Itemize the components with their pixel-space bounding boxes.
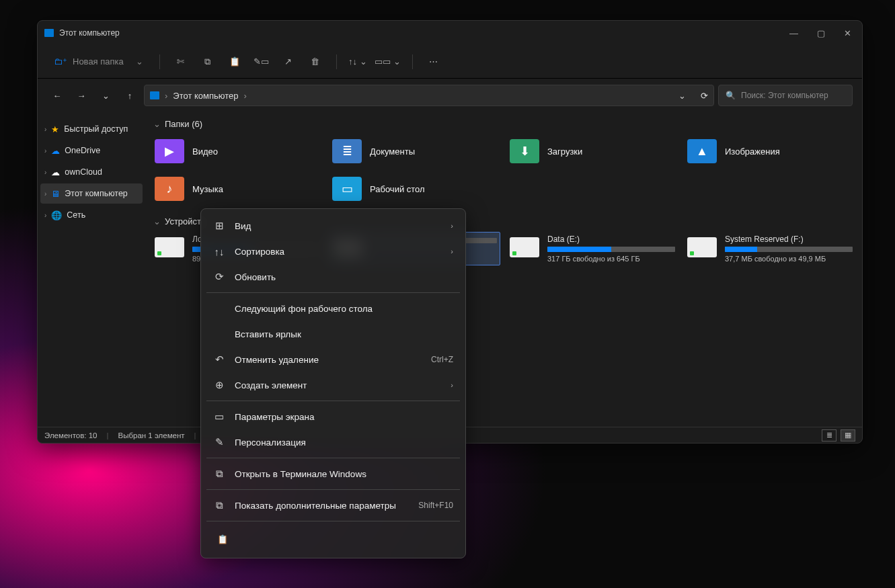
status-item-count: Элементов: 10 — [44, 431, 97, 439]
menu-item-label: Параметры экрана — [235, 412, 315, 422]
paste-button[interactable]: 📋 — [212, 528, 233, 550]
drive-usage-bar — [725, 247, 853, 252]
folder-label: Документы — [370, 146, 415, 157]
drive-icon — [510, 237, 539, 257]
star-icon: ★ — [51, 124, 59, 134]
tiles-view-button[interactable]: ▦ — [841, 429, 855, 442]
chevron-right-icon: › — [244, 91, 247, 101]
context-menu-item[interactable]: ⊞ Вид› — [205, 213, 461, 239]
cloud-icon: ☁ — [51, 146, 60, 156]
context-menu-item[interactable]: Следующий фон рабочего стола — [205, 296, 461, 321]
folders-section-header[interactable]: ⌄ Папки (6) — [153, 119, 855, 129]
drive-icon — [155, 237, 184, 257]
folder-документы[interactable]: ≣ Документы — [329, 134, 500, 168]
drive-item[interactable]: System Reserved (F:) 37,7 МБ свободно из… — [685, 232, 855, 265]
refresh-button[interactable]: ⟳ — [701, 91, 708, 101]
chevron-right-icon: › — [44, 126, 46, 133]
context-menu-item[interactable]: ⟳ Обновить — [205, 264, 461, 290]
delete-button[interactable]: 🗑 — [304, 50, 327, 73]
sidebar-item-owncloud[interactable]: › ☁ ownCloud — [40, 162, 143, 182]
folder-icon: ⬇ — [510, 139, 539, 163]
details-view-button[interactable]: ≣ — [822, 429, 836, 442]
drive-free-text: 317 ГБ свободно из 645 ГБ — [547, 255, 675, 263]
folder-рабочий-стол[interactable]: ▭ Рабочий стол — [329, 172, 500, 206]
forward-button[interactable]: → — [71, 85, 91, 106]
titlebar[interactable]: Этот компьютер — ▢ ✕ — [38, 21, 862, 45]
sidebar-item-сеть[interactable]: › 🌐 Сеть — [40, 205, 143, 225]
copy-button[interactable]: ⧉ — [196, 50, 219, 73]
new-folder-button[interactable]: 🗀⁺ Новая папка ⌄ — [47, 50, 150, 73]
drive-item[interactable]: Data (E:) 317 ГБ свободно из 645 ГБ — [507, 232, 678, 265]
folder-label: Видео — [192, 146, 218, 157]
chevron-down-icon: ⌄ — [153, 216, 161, 226]
new-folder-icon: 🗀⁺ — [54, 56, 67, 67]
cut-button[interactable]: ✄ — [169, 50, 192, 73]
folder-музыка[interactable]: ♪ Музыка — [152, 172, 323, 206]
drive-free-text: 37,7 МБ свободно из 49,9 МБ — [725, 255, 853, 263]
sort-button[interactable]: ↑↓ ⌄ — [346, 50, 369, 73]
sidebar-item-label: ownCloud — [65, 167, 102, 177]
paste-button[interactable]: 📋 — [223, 50, 246, 73]
close-button[interactable]: ✕ — [844, 28, 851, 38]
chevron-down-icon: ⌄ — [153, 119, 161, 129]
folder-label: Изображения — [725, 146, 780, 157]
sidebar-item-label: Этот компьютер — [65, 189, 127, 198]
sidebar-item-onedrive[interactable]: › ☁ OneDrive — [40, 140, 143, 161]
back-button[interactable]: ← — [47, 85, 67, 106]
sidebar: › ★ Быстрый доступ› ☁ OneDrive› ☁ ownClo… — [38, 112, 145, 427]
chevron-right-icon: › — [44, 212, 46, 219]
context-menu-item[interactable]: ⊕ Создать элемент› — [205, 372, 461, 398]
context-menu-separator — [206, 521, 460, 521]
context-menu-separator — [206, 489, 460, 490]
context-menu-item[interactable]: ⧉ Открыть в Терминале Windows — [205, 461, 461, 487]
context-menu-separator — [206, 401, 460, 401]
addr-dropdown-button[interactable]: ⌄ — [678, 91, 686, 101]
pc-icon — [150, 91, 159, 99]
share-button[interactable]: ↗ — [277, 50, 300, 73]
sidebar-item-этот-компьютер[interactable]: › 🖥 Этот компьютер — [40, 183, 143, 204]
folder-загрузки[interactable]: ⬇ Загрузки — [507, 134, 678, 168]
search-input[interactable]: 🔍 Поиск: Этот компьютер — [718, 85, 853, 106]
sidebar-item-label: OneDrive — [65, 146, 100, 155]
folder-видео[interactable]: ▶ Видео — [152, 134, 323, 168]
minimize-button[interactable]: — — [789, 28, 798, 38]
sidebar-item-быстрый-доступ[interactable]: › ★ Быстрый доступ — [40, 119, 143, 139]
address-bar[interactable]: › Этот компьютер › ⌄ ⟳ — [144, 85, 714, 106]
context-menu-item[interactable]: ↑↓ Сортировка› — [205, 239, 461, 264]
context-menu-item[interactable]: ▭ Параметры экрана — [205, 404, 461, 429]
context-menu-action-row: 📋 — [205, 524, 461, 554]
drive-icon — [687, 237, 717, 257]
toolbar: 🗀⁺ Новая папка ⌄ ✄ ⧉ 📋 ✎▭ ↗ 🗑 ↑↓ ⌄ ▭▭ ⌄ … — [38, 45, 862, 79]
view-button[interactable]: ▭▭ ⌄ — [373, 50, 403, 73]
folder-изображения[interactable]: ▲ Изображения — [685, 134, 855, 168]
breadcrumb-root[interactable]: Этот компьютер — [173, 91, 238, 101]
maximize-button[interactable]: ▢ — [817, 28, 825, 38]
folder-icon: ▲ — [687, 139, 717, 163]
context-menu: ⊞ Вид›↑↓ Сортировка›⟳ Обновить Следующий… — [200, 208, 466, 558]
folder-icon: ♪ — [155, 177, 184, 201]
search-placeholder: Поиск: Этот компьютер — [741, 91, 828, 100]
menu-item-label: Сортировка — [235, 247, 284, 257]
folder-icon: ▭ — [332, 177, 362, 201]
folder-label: Загрузки — [547, 146, 582, 157]
up-button[interactable]: ↑ — [120, 85, 140, 106]
menu-shortcut: Ctrl+Z — [431, 355, 453, 364]
sidebar-item-label: Быстрый доступ — [64, 124, 128, 134]
menu-item-label: Персонализация — [235, 437, 306, 448]
menu-item-icon: ✎ — [213, 436, 225, 448]
drive-usage-bar — [547, 247, 675, 252]
menu-item-icon: ↑↓ — [213, 246, 225, 257]
menu-shortcut: Shift+F10 — [418, 501, 453, 510]
rename-button[interactable]: ✎▭ — [250, 50, 273, 73]
nav-row: ← → ⌄ ↑ › Этот компьютер › ⌄ ⟳ 🔍 Поиск: … — [38, 79, 862, 112]
menu-item-label: Открыть в Терминале Windows — [235, 469, 366, 479]
history-button[interactable]: ⌄ — [95, 85, 116, 106]
new-folder-label: Новая папка — [73, 56, 124, 67]
menu-item-label: Вид — [235, 221, 251, 231]
context-menu-item[interactable]: Вставить ярлык — [205, 321, 461, 347]
more-button[interactable]: ⋯ — [422, 50, 445, 73]
context-menu-item[interactable]: ✎ Персонализация — [205, 429, 461, 455]
context-menu-item[interactable]: ↶ Отменить удалениеCtrl+Z — [205, 347, 461, 372]
menu-item-icon: ⊕ — [213, 379, 225, 391]
context-menu-item[interactable]: ⧉ Показать дополнительные параметрыShift… — [205, 493, 461, 518]
